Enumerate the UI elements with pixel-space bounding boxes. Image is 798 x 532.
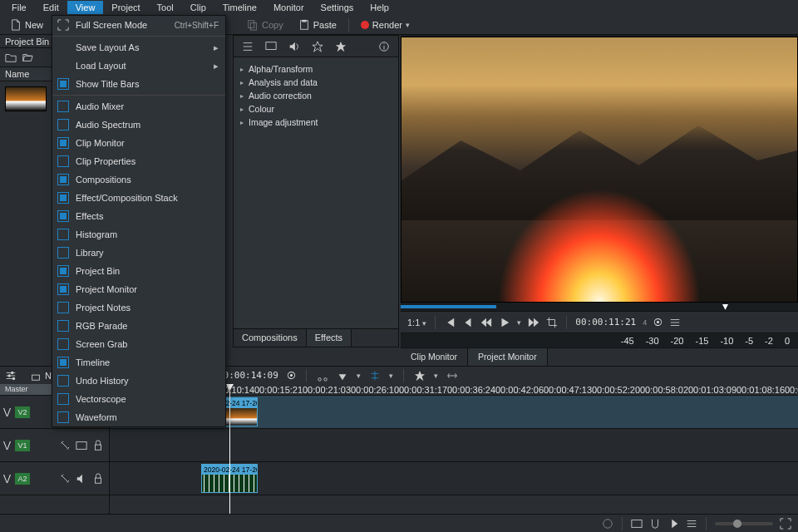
monitor-viewport[interactable]: [401, 37, 798, 303]
marker-down-icon[interactable]: [337, 370, 348, 382]
effect-category[interactable]: Analysis and data: [237, 76, 395, 89]
stepper-icon[interactable]: ⦿: [653, 318, 663, 328]
menu-panel-clip-properties[interactable]: Clip Properties: [52, 152, 225, 170]
menu-panel-audio-spectrum[interactable]: Audio Spectrum: [52, 116, 225, 134]
chevron-down-icon[interactable]: ▾: [434, 372, 438, 380]
stepper-icon[interactable]: ⦿: [287, 371, 296, 381]
menu-timeline[interactable]: Timeline: [214, 1, 265, 14]
mute-video-icon[interactable]: [76, 440, 87, 451]
expand-icon[interactable]: ⋁: [0, 473, 13, 484]
tags-icon[interactable]: [686, 518, 697, 530]
monitor-timecode[interactable]: 00:00:11:21: [575, 317, 636, 328]
goto-start-icon[interactable]: [444, 317, 456, 328]
menu-panel-project-notes[interactable]: Project Notes: [52, 298, 225, 317]
open-icon[interactable]: [22, 52, 33, 63]
menu-panel-project-bin[interactable]: Project Bin: [52, 262, 225, 280]
playhead[interactable]: [229, 384, 230, 514]
list-icon[interactable]: [242, 41, 254, 52]
monitor-scrubber[interactable]: ▾: [401, 303, 798, 311]
menu-panel-project-monitor[interactable]: Project Monitor: [52, 280, 225, 298]
menu-panel-vectorscope[interactable]: Vectorscope: [52, 390, 225, 408]
settings-icon[interactable]: [5, 370, 17, 382]
menu-edit[interactable]: Edit: [35, 1, 67, 14]
menu-panel-effects[interactable]: Effects: [52, 207, 225, 225]
track-badge[interactable]: V1: [15, 440, 30, 451]
expand-icon[interactable]: ⋁: [0, 406, 13, 417]
menu-panel-effect-composition-stack[interactable]: Effect/Composition Stack: [52, 189, 225, 207]
snap-icon[interactable]: [649, 518, 661, 530]
menu-panel-compositions[interactable]: Compositions: [52, 170, 225, 189]
track-lane-v1[interactable]: [110, 429, 798, 462]
screen-icon[interactable]: [265, 41, 277, 52]
star-outline-icon[interactable]: [312, 41, 323, 52]
menu-view[interactable]: View: [67, 1, 104, 14]
menu-panel-timeline[interactable]: Timeline: [52, 353, 225, 372]
lock-icon[interactable]: [92, 473, 104, 485]
rewind-icon[interactable]: [480, 317, 492, 328]
menu-panel-undo-history[interactable]: Undo History: [52, 372, 225, 390]
menu-panel-histogram[interactable]: Histogram: [52, 225, 225, 244]
info-icon[interactable]: [378, 41, 390, 52]
spacer-icon[interactable]: [446, 370, 458, 382]
track-header-v1[interactable]: ⋁ V1: [0, 429, 109, 462]
effect-category[interactable]: Audio correction: [237, 89, 395, 102]
align-icon[interactable]: [369, 370, 381, 382]
speaker-icon[interactable]: [288, 41, 300, 52]
menu-project[interactable]: Project: [103, 1, 148, 14]
chevron-down-icon[interactable]: ▾: [389, 372, 393, 380]
menu-panel-screen-grab[interactable]: Screen Grab: [52, 335, 225, 353]
options-icon[interactable]: [669, 317, 681, 328]
copy-button[interactable]: Copy: [242, 17, 288, 32]
crop-icon[interactable]: [546, 317, 558, 328]
menu-help[interactable]: Help: [362, 1, 397, 14]
menu-fullscreen[interactable]: Full Screen Mode Ctrl+Shift+F: [52, 16, 225, 34]
menu-panel-clip-monitor[interactable]: Clip Monitor: [52, 134, 225, 152]
menu-panel-library[interactable]: Library: [52, 244, 225, 262]
prev-frame-icon[interactable]: [462, 317, 474, 328]
menu-clip[interactable]: Clip: [182, 1, 214, 14]
track-badge[interactable]: A2: [15, 473, 30, 485]
zoom-slider[interactable]: [715, 522, 773, 525]
chevron-down-icon[interactable]: ▾: [517, 318, 521, 327]
menu-save-layout[interactable]: Save Layout As ▸: [52, 38, 225, 57]
fx-icon[interactable]: [59, 473, 71, 485]
play-icon[interactable]: [499, 317, 510, 328]
menu-panel-rgb-parade[interactable]: RGB Parade: [52, 317, 225, 335]
track-lane-a2[interactable]: 2020-02-24 17-26: [110, 462, 798, 495]
effect-category[interactable]: Image adjustment: [237, 116, 395, 129]
star-icon[interactable]: [335, 41, 347, 52]
lock-icon[interactable]: [92, 440, 104, 451]
effect-category[interactable]: Colour: [237, 102, 395, 116]
track-header-a2[interactable]: ⋁ A2: [0, 462, 109, 495]
goto-icon[interactable]: [667, 518, 679, 530]
fit-icon[interactable]: [780, 518, 791, 530]
menu-tool[interactable]: Tool: [149, 1, 182, 14]
menu-panel-audio-mixer[interactable]: Audio Mixer: [52, 97, 225, 116]
menu-load-layout[interactable]: Load Layout ▸: [52, 57, 225, 75]
render-button[interactable]: Render ▾: [356, 18, 415, 32]
tab-effects[interactable]: Effects: [307, 329, 352, 347]
thumbnail-icon[interactable]: [631, 518, 643, 530]
tab-clip-monitor[interactable]: Clip Monitor: [401, 348, 468, 366]
tab-compositions[interactable]: Compositions: [234, 329, 307, 347]
bin-clip-thumbnail[interactable]: [5, 86, 47, 111]
menu-monitor[interactable]: Monitor: [265, 1, 313, 14]
tab-project-monitor[interactable]: Project Monitor: [468, 348, 548, 366]
add-folder-icon[interactable]: [5, 52, 17, 63]
warning-icon[interactable]: [602, 518, 613, 530]
paste-button[interactable]: Paste: [293, 17, 342, 32]
scale-selector[interactable]: 1:1 ▾: [407, 318, 426, 328]
menu-file[interactable]: File: [3, 1, 35, 14]
speaker-icon[interactable]: [76, 473, 87, 485]
track-badge[interactable]: V2: [15, 406, 30, 418]
menu-panel-waveform[interactable]: Waveform: [52, 408, 225, 426]
star-icon[interactable]: [414, 370, 426, 382]
new-button[interactable]: New: [5, 17, 48, 32]
chevron-down-icon[interactable]: ▾: [357, 372, 361, 380]
forward-icon[interactable]: [528, 317, 539, 328]
effect-category[interactable]: Alpha/Transform: [237, 62, 395, 76]
cut-icon[interactable]: [317, 370, 328, 382]
menu-settings[interactable]: Settings: [313, 1, 362, 14]
fx-icon[interactable]: [59, 440, 71, 451]
menu-show-title-bars[interactable]: Show Title Bars: [52, 75, 225, 93]
